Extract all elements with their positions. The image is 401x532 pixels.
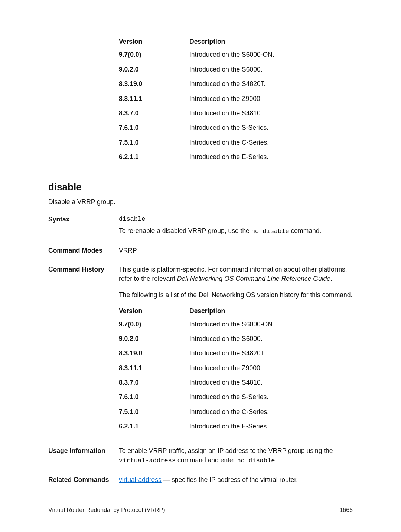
col-header-version: Version [119,37,189,46]
footer-left: Virtual Router Redundancy Protocol (VRRP… [48,506,165,514]
cell-description: Introduced on the S-Series. [189,393,353,402]
cell-description: Introduced on the S4820T. [189,79,353,89]
cell-version: 7.6.1.0 [119,123,189,132]
cell-version: 6.2.1.1 [119,422,189,431]
table-row: 7.6.1.0Introduced on the S-Series. [119,393,353,402]
cell-version: 7.5.1.0 [119,138,189,147]
table-row: 6.2.1.1Introduced on the E-Series. [119,422,353,431]
cell-description: Introduced on the S4820T. [189,349,353,358]
body-related-commands: virtual-address — specifies the IP addre… [119,475,353,485]
cell-description: Introduced on the S6000-ON. [189,50,353,59]
cell-version: 7.6.1.0 [119,393,189,402]
cell-description: Introduced on the C-Series. [189,407,353,417]
table-row: 8.3.7.0Introduced on the S4810. [119,109,353,118]
table-header-row: Version Description [119,37,353,46]
cell-description: Introduced on the S6000. [189,334,353,344]
body-usage-information: To enable VRRP traffic, assign an IP add… [119,446,353,466]
table-row: 8.3.11.1Introduced on the Z9000. [119,94,353,104]
usage-cmd2: no disable [237,457,275,464]
table-row: 7.5.1.0Introduced on the C-Series. [119,138,353,147]
footer-page-number: 1665 [339,506,353,514]
cell-description: Introduced on the Z9000. [189,94,353,104]
body-syntax: disable To re-enable a disabled VRRP gro… [119,215,353,236]
col-header-description: Description [189,37,353,46]
cell-version: 9.7(0.0) [119,320,189,329]
table-row: 9.0.2.0Introduced on the S6000. [119,65,353,74]
table-row: 8.3.19.0Introduced on the S4820T. [119,349,353,358]
syntax-text-post: command. [289,227,322,234]
cell-description: Introduced on the S4810. [189,378,353,387]
related-text: — specifies the IP address of the virtua… [162,476,298,483]
cell-version: 6.2.1.1 [119,152,189,162]
cell-version: 8.3.11.1 [119,364,189,373]
table-row: 8.3.7.0Introduced on the S4810. [119,378,353,387]
col-header-description: Description [189,306,353,316]
cell-version: 9.7(0.0) [119,50,189,59]
table-row: 9.0.2.0Introduced on the S6000. [119,334,353,344]
cell-description: Introduced on the E-Series. [189,152,353,162]
usage-text-pre: To enable VRRP traffic, assign an IP add… [119,447,333,454]
col-header-version: Version [119,306,189,316]
cell-version: 8.3.11.1 [119,94,189,104]
section-subtitle: Disable a VRRP group. [48,197,353,207]
body-command-modes: VRRP [119,246,353,255]
cell-version: 8.3.7.0 [119,109,189,118]
version-history-table-inner: Version Description 9.7(0.0)Introduced o… [119,306,353,431]
table-row: 8.3.11.1Introduced on the Z9000. [119,364,353,373]
table-row: 6.2.1.1Introduced on the E-Series. [119,152,353,162]
table-row: 9.7(0.0)Introduced on the S6000-ON. [119,50,353,59]
syntax-inline-cmd: no disable [251,228,289,235]
cell-description: Introduced on the S6000. [189,65,353,74]
cell-version: 8.3.19.0 [119,349,189,358]
history-para2: The following is a list of the Dell Netw… [119,290,353,300]
cell-description: Introduced on the S4810. [189,109,353,118]
cell-version: 7.5.1.0 [119,407,189,417]
cell-version: 9.0.2.0 [119,65,189,74]
cell-description: Introduced on the C-Series. [189,138,353,147]
usage-text-mid: command and enter [176,456,237,464]
table-row: 7.5.1.0Introduced on the C-Series. [119,407,353,417]
cell-description: Introduced on the E-Series. [189,422,353,431]
cell-description: Introduced on the Z9000. [189,364,353,373]
history-para1-post: . [330,275,332,282]
label-related-commands: Related Commands [48,475,111,485]
label-command-modes: Command Modes [48,246,111,255]
cell-description: Introduced on the S6000-ON. [189,320,353,329]
syntax-command: disable [119,215,353,224]
label-command-history: Command History [48,265,111,437]
table-row: 8.3.19.0Introduced on the S4820T. [119,79,353,89]
label-usage-information: Usage Information [48,446,111,466]
page-footer: Virtual Router Redundancy Protocol (VRRP… [48,506,353,514]
cell-description: Introduced on the S-Series. [189,123,353,132]
table-row: 9.7(0.0)Introduced on the S6000-ON. [119,320,353,329]
cell-version: 8.3.19.0 [119,79,189,89]
usage-text-post: . [275,456,277,464]
link-virtual-address[interactable]: virtual-address [119,476,162,483]
history-para1-italic: Dell Networking OS Command Line Referenc… [177,275,330,282]
syntax-text-pre: To re-enable a disabled VRRP group, use … [119,227,251,234]
table-row: 7.6.1.0Introduced on the S-Series. [119,123,353,132]
table-header-row: Version Description [119,306,353,316]
body-command-history: This guide is platform-specific. For com… [119,265,353,437]
cell-version: 8.3.7.0 [119,378,189,387]
version-history-table-top: Version Description 9.7(0.0)Introduced o… [48,37,353,162]
section-heading-disable: disable [48,180,353,194]
usage-cmd1: virtual-address [119,457,176,464]
label-syntax: Syntax [48,215,111,236]
cell-version: 9.0.2.0 [119,334,189,344]
